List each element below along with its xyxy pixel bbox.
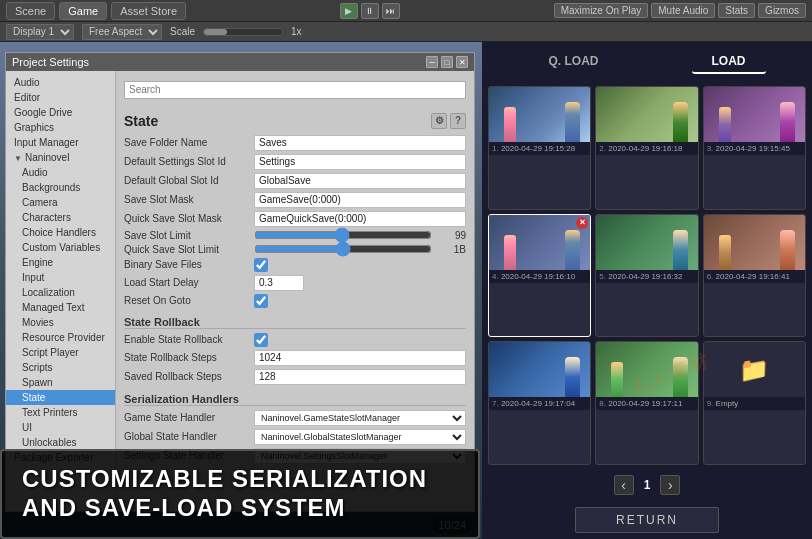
sl-grid: 1. 2020-04-29 19:15:28 2. 2020-04-29 19:… xyxy=(482,82,812,469)
quick-save-limit-slider[interactable] xyxy=(254,244,432,254)
pause-button[interactable]: ⏸ xyxy=(361,3,379,19)
quick-save-mask-input[interactable] xyxy=(254,211,466,227)
saved-rollback-input[interactable] xyxy=(254,369,466,385)
sl-slot-7[interactable]: 7. 2020-04-29 19:17:04 xyxy=(488,341,591,465)
sidebar-item-engine[interactable]: Engine xyxy=(6,255,115,270)
sl-tab-load[interactable]: LOAD xyxy=(692,50,766,74)
ps-row-load-delay: Load Start Delay xyxy=(124,275,466,291)
sl-slot-2[interactable]: 2. 2020-04-29 19:16:18 xyxy=(595,86,698,210)
ps-settings-icon[interactable]: ⚙ xyxy=(431,113,447,129)
sl-thumb-7 xyxy=(489,342,590,397)
sl-slot-8[interactable]: 8. 2020-04-29 19:17:11 xyxy=(595,341,698,465)
sidebar-item-backgrounds[interactable]: Backgrounds xyxy=(6,180,115,195)
ps-body: Audio Editor Google Drive Graphics Input… xyxy=(6,71,474,511)
sl-tab-qload[interactable]: Q. LOAD xyxy=(529,50,619,74)
tab-game[interactable]: Game xyxy=(59,2,107,20)
sidebar-item-choice-handlers[interactable]: Choice Handlers xyxy=(6,225,115,240)
quick-save-mask-label: Quick Save Slot Mask xyxy=(124,213,254,224)
step-button[interactable]: ⏭ xyxy=(382,3,400,19)
sidebar-item-state[interactable]: State xyxy=(6,390,115,405)
sl-char-7a xyxy=(565,357,580,397)
sidebar-item-text-printers[interactable]: Text Printers xyxy=(6,405,115,420)
sl-num-5: 5. xyxy=(599,272,608,281)
sidebar-item-unlockables[interactable]: Unlockables xyxy=(6,435,115,450)
sl-slot-4[interactable]: ✕ 4. 2020-04-29 19:16:10 xyxy=(488,214,591,338)
sidebar-item-audio2[interactable]: Audio xyxy=(6,165,115,180)
maximize-on-play-btn[interactable]: Maximize On Play xyxy=(554,3,649,18)
sl-next-page[interactable]: › xyxy=(660,475,680,495)
sidebar-item-managed-text[interactable]: Managed Text xyxy=(6,300,115,315)
sidebar-item-spawn[interactable]: Spawn xyxy=(6,375,115,390)
display-select[interactable]: Display 1 xyxy=(6,24,74,40)
sidebar-item-characters[interactable]: Characters xyxy=(6,210,115,225)
rollback-steps-input[interactable] xyxy=(254,350,466,366)
sidebar-item-audio[interactable]: Audio xyxy=(6,75,115,90)
ps-help-icon[interactable]: ? xyxy=(450,113,466,129)
scale-bar[interactable] xyxy=(203,28,283,36)
sl-slot-1[interactable]: 1. 2020-04-29 19:15:28 xyxy=(488,86,591,210)
tab-scene[interactable]: Scene xyxy=(6,2,55,20)
enable-rollback-label: Enable State Rollback xyxy=(124,334,254,345)
global-slot-input[interactable] xyxy=(254,173,466,189)
sidebar-item-input[interactable]: Input xyxy=(6,270,115,285)
main-area: RRCG RRCG 人人素材 Project Settings ─ □ ✕ Au… xyxy=(0,42,812,539)
sl-pagination: ‹ 1 › xyxy=(482,469,812,501)
play-button[interactable]: ▶ xyxy=(340,3,358,19)
sidebar-item-camera[interactable]: Camera xyxy=(6,195,115,210)
sidebar-item-input-manager[interactable]: Input Manager xyxy=(6,135,115,150)
sl-info-4: 4. 2020-04-29 19:16:10 xyxy=(489,270,590,283)
bottom-text-overlay: CUSTOMIZABLE SERIALIZATION AND SAVE-LOAD… xyxy=(0,449,480,539)
global-state-handler-select[interactable]: Naninovel.GlobalStateSlotManager xyxy=(254,429,466,445)
sl-char-4a xyxy=(565,230,580,270)
sl-info-2: 2. 2020-04-29 19:16:18 xyxy=(596,142,697,155)
sl-slot-6[interactable]: 6. 2020-04-29 19:16:41 xyxy=(703,214,806,338)
save-limit-value: 99 xyxy=(436,230,466,241)
sidebar-item-scripts[interactable]: Scripts xyxy=(6,360,115,375)
settings-slot-input[interactable] xyxy=(254,154,466,170)
sidebar-item-google-drive[interactable]: Google Drive xyxy=(6,105,115,120)
sl-return-section: RETURN xyxy=(482,501,812,539)
enable-rollback-checkbox[interactable] xyxy=(254,333,268,347)
save-folder-input[interactable] xyxy=(254,135,466,151)
serialization-title: Serialization Handlers xyxy=(124,393,466,406)
sidebar-item-ui[interactable]: UI xyxy=(6,420,115,435)
sl-slot-5[interactable]: 5. 2020-04-29 19:16:32 xyxy=(595,214,698,338)
ps-title: Project Settings xyxy=(12,56,89,68)
game-state-handler-select[interactable]: Naninovel.GameStateSlotManager xyxy=(254,410,466,426)
sl-slot-3[interactable]: 3. 2020-04-29 19:15:45 xyxy=(703,86,806,210)
sl-slot-9[interactable]: 📁 9. Empty xyxy=(703,341,806,465)
ps-close-btn[interactable]: ✕ xyxy=(456,56,468,68)
sl-date-8: 2020-04-29 19:17:11 xyxy=(608,399,682,408)
ps-row-enable-rollback: Enable State Rollback xyxy=(124,333,466,347)
sidebar-item-resource-provider[interactable]: Resource Provider xyxy=(6,330,115,345)
sl-return-button[interactable]: RETURN xyxy=(575,507,719,533)
sl-cross-4: ✕ xyxy=(576,217,588,229)
mute-audio-btn[interactable]: Mute Audio xyxy=(651,3,715,18)
tab-asset-store[interactable]: Asset Store xyxy=(111,2,186,20)
sidebar-item-graphics[interactable]: Graphics xyxy=(6,120,115,135)
ps-row-save-folder: Save Folder Name xyxy=(124,135,466,151)
load-delay-input[interactable] xyxy=(254,275,304,291)
sidebar-item-localization[interactable]: Localization xyxy=(6,285,115,300)
sidebar-item-custom-variables[interactable]: Custom Variables xyxy=(6,240,115,255)
sl-prev-page[interactable]: ‹ xyxy=(614,475,634,495)
ps-search-input[interactable] xyxy=(124,81,466,99)
sl-date-6: 2020-04-29 19:16:41 xyxy=(716,272,790,281)
sidebar-item-naninovel[interactable]: ▼Naninovel xyxy=(6,150,115,165)
aspect-select[interactable]: Free Aspect xyxy=(82,24,162,40)
binary-save-checkbox[interactable] xyxy=(254,258,268,272)
save-mask-input[interactable] xyxy=(254,192,466,208)
sidebar-item-script-player[interactable]: Script Player xyxy=(6,345,115,360)
save-limit-slider[interactable] xyxy=(254,230,432,240)
reset-goto-checkbox[interactable] xyxy=(254,294,268,308)
ps-maximize-btn[interactable]: □ xyxy=(441,56,453,68)
sidebar-item-movies[interactable]: Movies xyxy=(6,315,115,330)
sl-thumb-9: 📁 xyxy=(704,342,805,397)
sidebar-item-editor[interactable]: Editor xyxy=(6,90,115,105)
stats-btn[interactable]: Stats xyxy=(718,3,755,18)
sl-page-number: 1 xyxy=(644,478,651,492)
sl-char-2 xyxy=(504,107,516,142)
ps-minimize-btn[interactable]: ─ xyxy=(426,56,438,68)
gizmos-btn[interactable]: Gizmos xyxy=(758,3,806,18)
sl-num-3: 3. xyxy=(707,144,716,153)
